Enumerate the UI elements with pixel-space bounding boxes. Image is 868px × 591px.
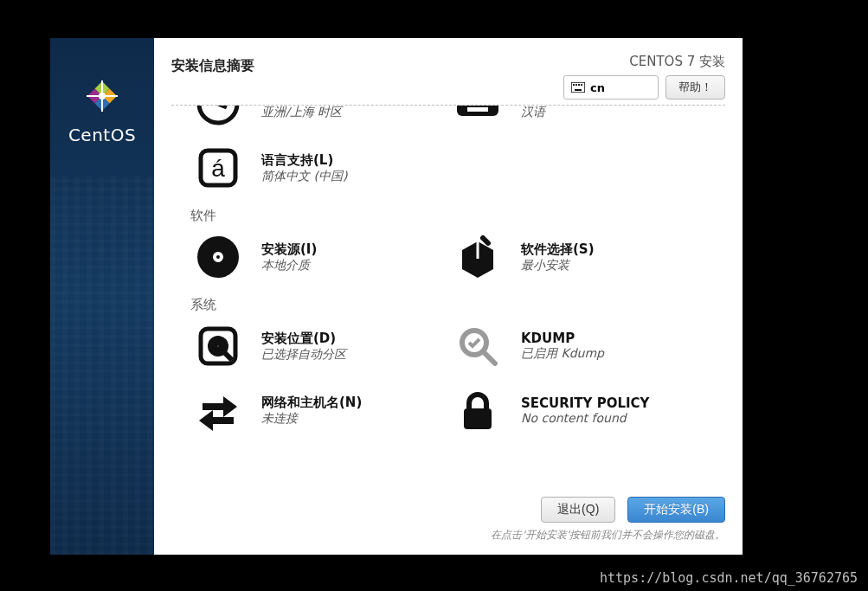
spoke-software-selection[interactable]: 软件选择(S) 最小安装 (453, 233, 713, 281)
spoke-status: 亚洲/上海 时区 (261, 105, 347, 120)
product-label: CENTOS 7 安装 (629, 54, 725, 70)
disc-icon (194, 233, 242, 281)
svg-point-13 (199, 105, 237, 123)
spoke-status: 本地介质 (261, 258, 317, 273)
watermark: https://blog.csdn.net/qq_36762765 (600, 570, 858, 586)
page-title: 安装信息摘要 (171, 54, 254, 75)
spoke-title: 安装位置(D) (261, 331, 346, 347)
spoke-install-source[interactable]: 安装源(I) 本地介质 (194, 233, 453, 281)
svg-rect-34 (464, 408, 492, 429)
centos-logo-icon (79, 73, 125, 119)
help-button[interactable]: 帮助！ (665, 75, 725, 100)
brand-logo: CentOS (68, 73, 136, 145)
svg-rect-22 (467, 107, 488, 112)
svg-rect-11 (581, 84, 582, 86)
svg-point-27 (216, 255, 220, 259)
arrows-icon (194, 386, 242, 434)
language-icon: á (194, 144, 242, 192)
spoke-status: 汉语 (521, 105, 569, 120)
package-icon (453, 233, 502, 281)
spoke-install-destination[interactable]: 安装位置(D) 已选择自动分区 (194, 322, 453, 370)
topbar: 安装信息摘要 CENTOS 7 安装 cn 帮助！ (171, 54, 725, 100)
keyboard-layout-selector[interactable]: cn (563, 75, 659, 100)
svg-line-33 (483, 351, 495, 363)
svg-rect-8 (573, 84, 575, 86)
sidebar-texture (50, 177, 154, 555)
quit-button[interactable]: 退出(Q) (541, 497, 615, 523)
sidebar: CentOS (50, 38, 154, 555)
installer-window: CentOS 安装信息摘要 CENTOS 7 安装 cn 帮助！ (50, 38, 743, 555)
spoke-status: 最小安装 (521, 258, 595, 273)
spoke-network[interactable]: 网络和主机名(N) 未连接 (194, 386, 453, 434)
svg-rect-12 (575, 89, 582, 91)
svg-rect-9 (575, 84, 577, 86)
category-software: 软件 (190, 208, 725, 224)
svg-line-15 (218, 105, 227, 107)
spoke-kdump[interactable]: KDUMP 已启用 Kdump (453, 322, 713, 370)
begin-install-button[interactable]: 开始安装(B) (627, 497, 725, 523)
keyboard-large-icon (453, 105, 502, 128)
spoke-title: SECURITY POLICY (521, 395, 649, 411)
spoke-title: 语言支持(L) (261, 152, 347, 169)
svg-rect-7 (571, 82, 585, 93)
spoke-scroll-area[interactable]: 日期和时间(T) 亚洲/上海 时区 键盘(K) (171, 105, 725, 488)
svg-rect-10 (578, 84, 580, 86)
spoke-title: KDUMP (521, 331, 604, 346)
spoke-title: 软件选择(S) (521, 241, 595, 258)
main-panel: 安装信息摘要 CENTOS 7 安装 cn 帮助！ (154, 38, 743, 555)
spoke-title: 网络和主机名(N) (261, 395, 362, 411)
spoke-keyboard[interactable]: 键盘(K) 汉语 (453, 105, 713, 128)
spoke-status: 未连接 (261, 411, 362, 427)
lock-icon (453, 386, 502, 434)
keyboard-layout-code: cn (590, 81, 605, 94)
spoke-security-policy[interactable]: SECURITY POLICY No content found (453, 386, 713, 434)
spoke-language[interactable]: á 语言支持(L) 简体中文 (中国) (194, 144, 453, 192)
hard-drive-icon (194, 322, 242, 370)
keyboard-icon (571, 82, 585, 93)
spoke-status: 已选择自动分区 (261, 347, 346, 363)
spoke-datetime[interactable]: 日期和时间(T) 亚洲/上海 时区 (194, 105, 453, 128)
spoke-status: No content found (521, 411, 649, 425)
footer: 退出(Q) 开始安装(B) 在点击'开始安装'按钮前我们并不会操作您的磁盘。 (171, 488, 725, 543)
spoke-status: 已启用 Kdump (521, 346, 604, 362)
top-right-controls: CENTOS 7 安装 cn 帮助！ (563, 54, 725, 100)
magnifier-icon (453, 322, 502, 370)
svg-text:á: á (211, 155, 225, 182)
spoke-status: 简体中文 (中国) (261, 169, 347, 184)
clock-icon (194, 105, 242, 128)
footer-hint: 在点击'开始安装'按钮前我们并不会操作您的磁盘。 (491, 528, 725, 543)
brand-name: CentOS (68, 125, 136, 145)
spoke-title: 安装源(I) (261, 241, 317, 258)
category-system: 系统 (190, 297, 725, 313)
